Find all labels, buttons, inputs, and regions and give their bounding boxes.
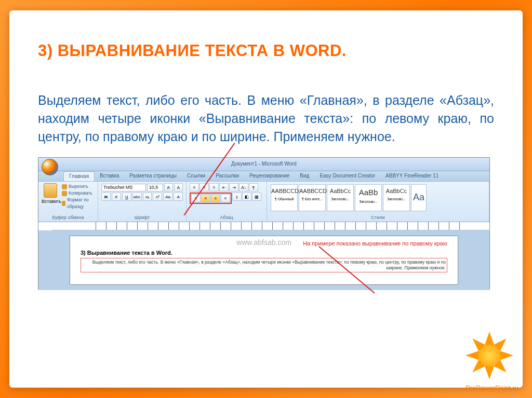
tab-insert[interactable]: Вставка [95,171,124,181]
paste-label: Вставить [42,199,61,204]
document-area: www.abfsab.com На примере показано вырав… [38,230,489,290]
paragraph-group: ≡ ≡ ≡ ⇤ ⇥ A↓ ¶ ≡ ≡ ≡ ≡ [187,182,267,222]
font-group: Trebuchet MS 10,5 A A Ж К Ч abc x₂ x² Aa… [98,182,187,222]
shrink-font-button[interactable]: A [174,183,183,191]
office-button-icon[interactable] [42,159,58,175]
tab-home[interactable]: Главная [63,171,95,181]
word-screenshot: Документ1 - Microsoft Word Главная Встав… [38,157,490,290]
paragraph-group-label: Абзац [190,214,263,220]
styles-group: AABBCCDC¶ Обычный AABBCCDC¶ Без инте... … [267,182,489,222]
tab-review[interactable]: Рецензирование [244,171,295,181]
grow-font-button[interactable]: A [164,183,173,191]
paste-icon [44,183,57,198]
font-name-select[interactable]: Trebuchet MS [101,184,146,191]
align-right-button[interactable]: ≡ [211,194,220,202]
font-size-select[interactable]: 10,5 [147,184,163,191]
slide-card: 3) ВЫРАВНИВАНИЕ ТЕКСТА В WORD. Выделяем … [9,10,523,388]
styles-group-label: Стили [270,214,486,220]
style-normal[interactable]: AABBCCDC¶ Обычный [271,184,298,211]
paste-button[interactable]: Вставить [42,183,59,204]
borders-button[interactable]: ▦ [252,193,261,201]
multilevel-button[interactable]: ≡ [209,183,219,191]
show-marks-button[interactable]: ¶ [249,183,258,191]
tab-view[interactable]: Вид [295,171,314,181]
document-page[interactable]: www.abfsab.com На примере показано вырав… [70,236,458,285]
cut-button[interactable]: Вырезать [62,183,95,190]
strike-button[interactable]: abc [132,193,142,201]
word-window-title: Документ1 - Microsoft Word [38,158,489,167]
doc-sample-title: 3) Выравнивание текста в Word. [81,250,447,256]
tab-references[interactable]: Ссылки [182,171,210,181]
ribbon-tabs: Главная Вставка Разметка страницы Ссылки… [38,171,489,182]
copy-label: Копировать [69,190,92,197]
clipboard-group-label: Буфер обмена [42,214,95,220]
line-spacing-button[interactable]: ‡ [232,193,242,201]
style-heading3[interactable]: AaBbCcЗаголово... [383,184,410,211]
style-nospacing[interactable]: AABBCCDC¶ Без инте... [299,184,326,211]
style-heading2[interactable]: AaBbЗаголово... [355,184,382,211]
watermark-text: www.abfsab.com [236,238,291,246]
slide-body-text: Выделяем текст, либо его часть. В меню «… [38,91,494,146]
align-justify-button[interactable]: ≡ [221,194,230,202]
italic-button[interactable]: К [112,193,121,201]
copy-button[interactable]: Копировать [62,190,95,197]
cut-label: Вырезать [69,183,88,190]
scissors-icon [62,184,67,189]
slide-title: 3) ВЫРАВНИВАНИЕ ТЕКСТА В WORD. [38,42,494,60]
style-heading1[interactable]: AaBbCcЗаголово... [327,184,354,211]
copy-icon [62,191,67,196]
tab-abbyy[interactable]: ABBYY FineReader 11 [380,171,444,181]
clipboard-group: Вставить Вырезать Копировать Формат по о… [38,182,98,222]
format-painter-button[interactable]: Формат по образцу [62,197,95,210]
ribbon: Вставить Вырезать Копировать Формат по о… [38,182,489,222]
shading-button[interactable]: ◧ [242,193,251,201]
highlight-button[interactable]: Aa [163,193,172,201]
tab-easy-doc[interactable]: Easy Document Creator [314,171,380,181]
word-title-bar: Документ1 - Microsoft Word [38,158,489,171]
align-center-button[interactable]: ≡ [201,194,210,202]
indent-inc-button[interactable]: ⇥ [229,183,238,191]
footer-attribution: ProPowerPoint.ru [466,384,518,392]
sun-logo-icon [467,333,512,378]
tab-layout[interactable]: Разметка страницы [124,171,182,181]
doc-sample-body: Выделяем текст, либо его часть. В меню «… [81,258,447,272]
bullets-button[interactable]: ≡ [190,183,199,191]
format-label: Формат по образцу [67,197,95,210]
sort-button[interactable]: A↓ [239,183,248,191]
style-more[interactable]: Aa [411,184,427,211]
bold-button[interactable]: Ж [101,193,111,201]
font-color-button[interactable]: A [174,193,183,201]
indent-dec-button[interactable]: ⇤ [219,183,229,191]
subscript-button[interactable]: x₂ [143,193,152,201]
brush-icon [62,201,65,206]
font-group-label: Шрифт [101,214,183,220]
underline-button[interactable]: Ч [122,193,131,201]
tab-mailings[interactable]: Рассылки [210,171,244,181]
ruler[interactable] [52,222,489,230]
superscript-button[interactable]: x² [153,193,162,201]
